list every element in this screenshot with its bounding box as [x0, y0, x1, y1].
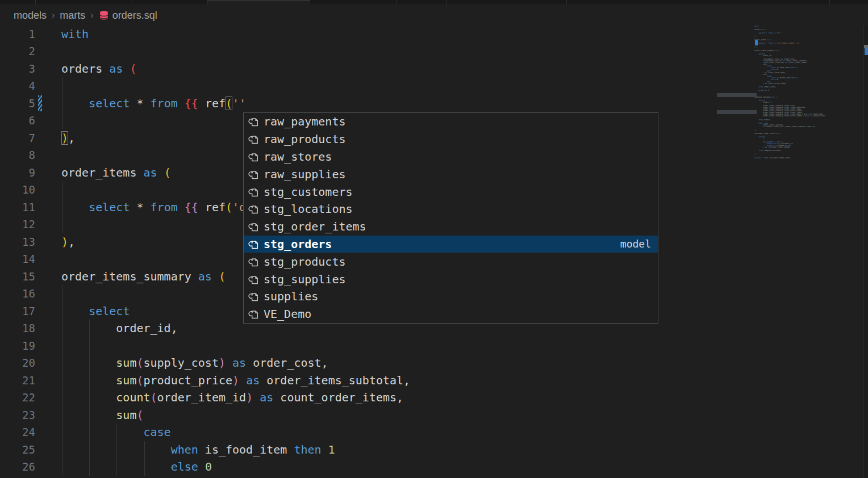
reference-icon: [248, 290, 260, 303]
suggestion-label: stg_customers: [264, 185, 353, 199]
tab-divider: [35, 0, 36, 5]
code-text: case: [61, 424, 171, 441]
line-number: 18: [0, 320, 35, 337]
tab-divider: [310, 0, 310, 5]
code-line[interactable]: 4: [0, 77, 754, 95]
tab-divider: [207, 0, 208, 5]
chevron-right-icon: ›: [90, 10, 93, 20]
suggestion-label: stg_orders: [264, 237, 332, 251]
tab-bar[interactable]: [0, 0, 868, 5]
code-line[interactable]: 22 count(order_item_id) as count_order_i…: [0, 389, 754, 406]
suggestion-item[interactable]: stg_order_items: [244, 218, 658, 236]
suggestion-item[interactable]: VE_Demo: [244, 305, 658, 323]
reference-icon: [248, 273, 260, 286]
code-line[interactable]: 25 when is_food_item then 1: [0, 441, 754, 459]
decoration-dash: [717, 110, 757, 114]
breadcrumb-item-models[interactable]: models: [14, 10, 47, 22]
code-line[interactable]: 20 sum(supply_cost) as order_cost,: [0, 354, 754, 372]
chevron-right-icon: ›: [52, 10, 55, 20]
tab-divider: [829, 0, 830, 5]
code-text: orders as (: [61, 60, 136, 78]
breadcrumb: models › marts › orders.sql: [14, 8, 157, 23]
suggestion-item[interactable]: stg_customers: [244, 183, 658, 200]
code-text: with: [61, 26, 89, 43]
reference-icon: [248, 115, 260, 128]
indent-guide: [89, 320, 90, 476]
overview-ruler[interactable]: [863, 26, 868, 478]
code-text: order_items as (: [61, 164, 171, 182]
autocomplete-dropdown[interactable]: raw_paymentsraw_productsraw_storesraw_su…: [243, 112, 658, 324]
suggestion-item[interactable]: stg_locations: [244, 200, 658, 218]
line-number: 21: [0, 372, 35, 389]
line-number: 4: [0, 77, 35, 95]
reference-icon: [248, 255, 260, 268]
line-number: 24: [0, 424, 35, 441]
suggestion-item[interactable]: supplies: [244, 288, 658, 305]
suggestion-item[interactable]: stg_products: [244, 253, 658, 270]
ruler-mark-blue: [865, 48, 868, 55]
code-text: ),: [61, 233, 75, 251]
line-number: 12: [0, 216, 35, 233]
code-text: else 0: [61, 458, 212, 476]
indent-guide: [62, 285, 62, 476]
code-text: select * from {{ ref('': [61, 95, 246, 112]
editor-window: models › marts › orders.sql 1with23order…: [0, 0, 868, 478]
minimap[interactable]: withorders as ( select * from {{ ref''),…: [754, 26, 863, 478]
code-text: sum(: [61, 406, 144, 424]
code-text: sum(product_price) as order_items_subtot…: [61, 372, 410, 389]
suggestion-label: stg_supplies: [264, 272, 346, 286]
line-number: 8: [0, 146, 35, 164]
line-number: 23: [0, 406, 35, 424]
suggestion-item[interactable]: raw_products: [244, 131, 658, 148]
suggestion-label: raw_payments: [264, 115, 346, 128]
code-line[interactable]: 23 sum(: [0, 406, 754, 424]
breadcrumb-file-label: orders.sql: [112, 10, 157, 22]
code-line[interactable]: 3orders as (: [0, 60, 754, 78]
suggestion-label: stg_order_items: [264, 220, 366, 233]
reference-icon: [248, 150, 260, 163]
code-line[interactable]: 5 select * from {{ ref('': [0, 95, 754, 112]
line-number: 10: [0, 181, 35, 199]
line-number: 20: [0, 354, 35, 372]
line-number: 7: [0, 129, 35, 147]
line-number: 6: [0, 112, 35, 129]
line-number: 22: [0, 389, 35, 406]
reference-icon: [248, 220, 260, 233]
code-line[interactable]: 21 sum(product_price) as order_items_sub…: [0, 372, 754, 389]
line-number: 11: [0, 199, 35, 216]
tab-active[interactable]: [207, 0, 310, 5]
suggestion-item[interactable]: stg_ordersmodel: [244, 236, 658, 253]
line-number: 14: [0, 250, 35, 268]
code-line[interactable]: 26 else 0: [0, 458, 754, 476]
modified-line-indicator: [38, 95, 42, 111]
tab-divider: [132, 0, 132, 5]
code-line[interactable]: 2: [0, 43, 754, 60]
suggestion-label: raw_supplies: [264, 167, 346, 181]
tab-divider: [566, 0, 567, 5]
suggestion-item[interactable]: raw_supplies: [244, 165, 658, 183]
line-number: 15: [0, 268, 35, 286]
code-text: ),: [61, 129, 75, 147]
line-number: 19: [0, 337, 35, 355]
code-text: when is_food_item then 1: [61, 441, 335, 459]
breadcrumb-item-file[interactable]: orders.sql: [99, 10, 157, 22]
indent-guide: [116, 424, 117, 476]
line-number: 13: [0, 233, 35, 251]
suggestion-label: stg_products: [264, 255, 346, 269]
code-line[interactable]: 19: [0, 337, 754, 355]
reference-icon: [248, 186, 260, 198]
breadcrumb-item-marts[interactable]: marts: [60, 10, 85, 22]
suggestion-label: supplies: [264, 290, 318, 303]
suggestion-item[interactable]: stg_supplies: [244, 270, 658, 288]
suggestion-label: raw_products: [264, 132, 346, 146]
code-line[interactable]: 24 case: [0, 424, 754, 441]
code-line[interactable]: 1with: [0, 26, 754, 43]
tab-divider: [446, 0, 447, 5]
line-number: 25: [0, 441, 35, 459]
code-text: sum(supply_cost) as order_cost,: [61, 354, 328, 372]
suggestion-item[interactable]: raw_payments: [244, 113, 658, 131]
line-number: 2: [0, 43, 35, 60]
tab-divider: [396, 0, 397, 5]
code-text: select: [61, 303, 130, 320]
suggestion-item[interactable]: raw_stores: [244, 148, 658, 166]
